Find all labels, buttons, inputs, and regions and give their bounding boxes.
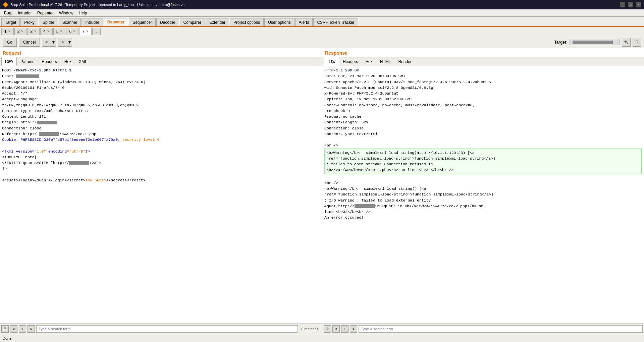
nav-forward-dropdown[interactable]: ▼ bbox=[67, 38, 72, 47]
request-tab-xml[interactable]: XML bbox=[75, 57, 91, 66]
menu-intruder[interactable]: Intruder bbox=[15, 10, 34, 16]
tab-scanner[interactable]: Scanner bbox=[59, 18, 81, 26]
request-search-bar: ? < + > 0 matches bbox=[0, 323, 322, 334]
menu-burp[interactable]: Burp bbox=[1, 10, 15, 16]
nav-forward-group: > ▼ bbox=[58, 38, 72, 47]
response-tab-render[interactable]: Render bbox=[394, 57, 415, 66]
request-sub-tabs: Raw Params Headers Hex XML bbox=[0, 57, 322, 66]
tab-proxy[interactable]: Proxy bbox=[20, 18, 38, 26]
target-label: Target: bbox=[554, 40, 568, 45]
response-tab-hex[interactable]: Hex bbox=[362, 57, 376, 66]
tab-sequencer[interactable]: Sequencer bbox=[129, 18, 156, 26]
close-tab-5[interactable]: ✕ bbox=[60, 30, 62, 33]
tab-alerts[interactable]: Alerts bbox=[295, 18, 313, 26]
tab-spider[interactable]: Spider bbox=[39, 18, 58, 26]
tab-user-options[interactable]: User options bbox=[264, 18, 294, 26]
app-icon: 🔶 bbox=[3, 2, 8, 7]
close-tab-2[interactable]: ✕ bbox=[21, 30, 23, 33]
repeater-tab-2[interactable]: 2 ✕ bbox=[14, 28, 27, 35]
request-search-input[interactable] bbox=[36, 325, 298, 333]
close-tab-7[interactable]: ✕ bbox=[86, 30, 89, 33]
window-title: Burp Suite Professional v1.7.26 - Tempor… bbox=[10, 3, 184, 7]
request-search-prev[interactable]: < bbox=[10, 325, 17, 333]
response-search-bar: ? < + > bbox=[322, 323, 644, 334]
repeater-tab-1[interactable]: 1 ✕ bbox=[1, 28, 14, 35]
main-content: Request Raw Params Headers Hex XML POST … bbox=[0, 48, 644, 334]
request-title: Request bbox=[0, 48, 322, 57]
repeater-tab-7[interactable]: 7 ✕ bbox=[79, 28, 92, 35]
status-text: Done bbox=[3, 336, 11, 340]
repeater-tab-more[interactable]: ... bbox=[92, 28, 101, 35]
tab-comparer[interactable]: Comparer bbox=[180, 18, 205, 26]
tab-target[interactable]: Target bbox=[1, 18, 20, 26]
close-tab-3[interactable]: ✕ bbox=[34, 30, 37, 33]
cancel-button[interactable]: Cancel bbox=[19, 38, 40, 47]
request-search-add[interactable]: + bbox=[19, 325, 26, 333]
response-tab-html[interactable]: HTML bbox=[376, 57, 395, 66]
tab-repeater[interactable]: Repeater bbox=[104, 18, 128, 26]
tab-project-options[interactable]: Project options bbox=[230, 18, 264, 26]
repeater-tab-bar: 1 ✕ 2 ✕ 3 ✕ 4 ✕ 5 ✕ 6 ✕ 7 ✕ ... bbox=[0, 27, 644, 36]
maximize-button[interactable]: □ bbox=[628, 2, 633, 7]
menu-repeater[interactable]: Repeater bbox=[35, 10, 56, 16]
help-button[interactable]: ? bbox=[633, 38, 641, 47]
nav-back-button[interactable]: < bbox=[42, 38, 51, 47]
request-panel: Request Raw Params Headers Hex XML POST … bbox=[0, 48, 322, 334]
response-content: HTTP/1.1 200 OK Date: Sat, 21 Mar 2020 0… bbox=[324, 68, 642, 220]
edit-target-button[interactable]: ✎ bbox=[622, 38, 631, 47]
main-tab-bar: Target Proxy Spider Scanner Intruder Rep… bbox=[0, 17, 644, 27]
request-search-help[interactable]: ? bbox=[1, 325, 9, 333]
target-host bbox=[573, 41, 613, 44]
close-button[interactable]: ✕ bbox=[636, 2, 641, 7]
response-tab-raw[interactable]: Raw bbox=[324, 57, 339, 66]
request-match-count: 0 matches bbox=[299, 327, 320, 331]
response-title: Response bbox=[322, 48, 644, 57]
request-tab-hex[interactable]: Hex bbox=[61, 57, 75, 66]
request-tab-raw[interactable]: Raw bbox=[1, 57, 17, 66]
request-search-next[interactable]: > bbox=[28, 325, 35, 333]
response-search-input[interactable] bbox=[359, 325, 643, 333]
title-bar-controls[interactable]: ─ □ ✕ bbox=[620, 2, 641, 7]
nav-back-group: < ▼ bbox=[42, 38, 56, 47]
menu-window[interactable]: Window bbox=[56, 10, 76, 16]
tab-csrf-token-tracker[interactable]: CSRF Token Tracker bbox=[313, 18, 358, 26]
request-line-1: POST /bWAPP/xxe-2.php HTTP/1.1 Host: Use… bbox=[2, 68, 159, 182]
close-tab-1[interactable]: ✕ bbox=[8, 30, 11, 33]
close-tab-6[interactable]: ✕ bbox=[73, 30, 75, 33]
response-sub-tabs: Raw Headers Hex HTML Render bbox=[322, 57, 644, 66]
response-search-help[interactable]: ? bbox=[324, 325, 331, 333]
request-tab-params[interactable]: Params bbox=[17, 57, 38, 66]
tab-intruder[interactable]: Intruder bbox=[82, 18, 103, 26]
close-tab-4[interactable]: ✕ bbox=[47, 30, 50, 33]
tab-decoder[interactable]: Decoder bbox=[156, 18, 179, 26]
nav-forward-button[interactable]: > bbox=[58, 38, 67, 47]
tab-extender[interactable]: Extender bbox=[206, 18, 229, 26]
response-tab-headers[interactable]: Headers bbox=[339, 57, 362, 66]
response-search-next[interactable]: > bbox=[350, 325, 357, 333]
toolbar: Go Cancel < ▼ > ▼ Target: ✎ ? bbox=[0, 36, 644, 48]
response-panel: Response Raw Headers Hex HTML Render HTT… bbox=[322, 48, 644, 334]
response-search-add[interactable]: + bbox=[341, 325, 348, 333]
repeater-tab-6[interactable]: 6 ✕ bbox=[66, 28, 78, 35]
repeater-tab-5[interactable]: 5 ✕ bbox=[53, 28, 66, 35]
request-tab-headers[interactable]: Headers bbox=[38, 57, 60, 66]
nav-back-dropdown[interactable]: ▼ bbox=[51, 38, 56, 47]
target-value bbox=[570, 39, 620, 45]
minimize-button[interactable]: ─ bbox=[620, 2, 625, 7]
menu-help[interactable]: Help bbox=[76, 10, 90, 16]
menu-bar: Burp Intruder Repeater Window Help bbox=[0, 9, 644, 17]
repeater-tab-3[interactable]: 3 ✕ bbox=[27, 28, 40, 35]
status-bar: Done bbox=[0, 334, 644, 342]
go-button[interactable]: Go bbox=[3, 38, 17, 47]
request-body[interactable]: POST /bWAPP/xxe-2.php HTTP/1.1 Host: Use… bbox=[0, 66, 322, 323]
response-search-prev[interactable]: < bbox=[332, 325, 340, 333]
response-body[interactable]: HTTP/1.1 200 OK Date: Sat, 21 Mar 2020 0… bbox=[322, 66, 644, 323]
title-bar: 🔶 Burp Suite Professional v1.7.26 - Temp… bbox=[0, 0, 644, 9]
repeater-tab-4[interactable]: 4 ✕ bbox=[40, 28, 53, 35]
title-bar-left: 🔶 Burp Suite Professional v1.7.26 - Temp… bbox=[3, 2, 184, 7]
